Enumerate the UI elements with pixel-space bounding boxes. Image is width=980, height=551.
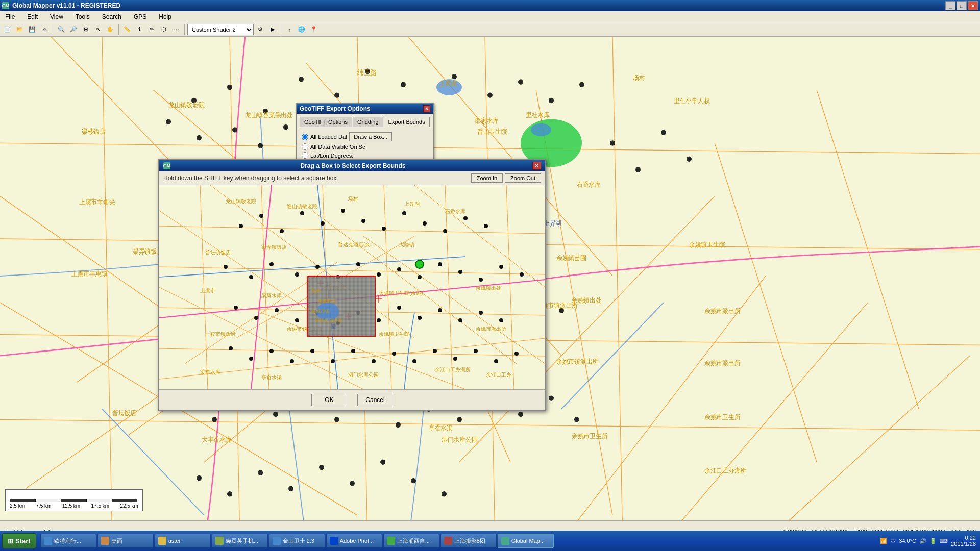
tab-geotiff-options[interactable]: GeoTIFF Options (300, 117, 352, 127)
label-visible: All Data Visible On Sc (310, 144, 365, 150)
identify-button[interactable]: ℹ (134, 24, 145, 35)
svg-text:上虞市: 上虞市 (200, 288, 215, 293)
svg-point-223 (453, 357, 457, 361)
taskbar-item-4[interactable]: 金山卫士 2.3 (269, 534, 325, 548)
taskbar-item-3[interactable]: 豌豆英手机... (212, 534, 268, 548)
label-all-loaded: All Loaded Dat (310, 134, 347, 140)
svg-text:普达克酒店(余...: 普达克酒店(余... (338, 242, 375, 247)
svg-point-209 (458, 318, 462, 322)
dragbox-map[interactable]: 龙山镇敬老院 隆山镇敬老院 场村 上昇湖 石岙水库 普坛镇饭店 梁弄镇饭店 普达… (159, 185, 545, 389)
radio-visible[interactable] (302, 143, 308, 150)
map-area[interactable]: 纬三路 邵家水库 里社水库 上昇湖 梁楼饭店 普山卫生院 大隐镇卫生院(余姚) … (0, 37, 980, 542)
zoom-in-button[interactable]: Zoom In (471, 173, 503, 183)
option-all-loaded[interactable]: All Loaded Dat Draw a Box... (302, 132, 428, 141)
new-button[interactable]: 📄 (2, 24, 13, 35)
geotiff-dialog: GeoTIFF Export Options × GeoTIFF Options… (296, 103, 434, 166)
svg-point-174 (321, 221, 325, 226)
geotiff-close-button[interactable]: × (423, 105, 430, 112)
option-latlon[interactable]: Lat/Lon Degrees: (302, 152, 428, 159)
3d-button[interactable]: ⬡ (158, 24, 169, 35)
dragbox-close-button[interactable]: × (532, 162, 541, 170)
taskbar-item-0[interactable]: 欧特利行... (40, 534, 96, 548)
taskbar-item-6[interactable]: 上海浦西自... (383, 534, 439, 548)
menu-gps[interactable]: GPS (131, 12, 150, 21)
svg-point-171 (259, 214, 263, 218)
radio-all-loaded[interactable] (302, 134, 308, 140)
svg-text:普坛镇饭店: 普坛镇饭店 (205, 249, 231, 255)
svg-text:普坛饭店: 普坛饭店 (112, 410, 136, 417)
svg-point-100 (350, 481, 355, 486)
tab-gridding[interactable]: Gridding (353, 117, 383, 127)
svg-point-40 (579, 82, 584, 87)
select-button[interactable]: ↖ (92, 24, 104, 35)
print-button[interactable]: 🖨 (39, 24, 50, 35)
window-controls[interactable]: _ □ ✕ (945, 1, 978, 10)
dragbox-title: GM Drag a Box to Select Export Bounds × (159, 160, 545, 171)
svg-point-39 (549, 98, 554, 103)
taskbar-item-7[interactable]: 上海摄影8团 (440, 534, 497, 548)
svg-point-80 (273, 412, 278, 417)
export-bounds-options: All Loaded Dat Draw a Box... All Data Vi… (300, 130, 430, 163)
zoom-out-button[interactable]: Zoom Out (505, 173, 541, 183)
shader-info-button[interactable]: ▶ (267, 24, 278, 35)
contour-button[interactable]: 〰 (170, 24, 182, 35)
menu-search[interactable]: Search (99, 12, 125, 21)
option-visible[interactable]: All Data Visible On Sc (302, 143, 428, 150)
svg-point-187 (315, 265, 320, 269)
antivirus-icon: 🛡 (890, 538, 896, 544)
shader-options-button[interactable]: ⚙ (255, 24, 266, 35)
scale-125km: 12.5 km (62, 503, 81, 509)
ok-button[interactable]: OK (311, 394, 347, 406)
dragbox-hint: Hold down the SHIFT key when dragging to… (163, 174, 336, 182)
menu-view[interactable]: View (47, 12, 66, 21)
cancel-button[interactable]: Cancel (357, 394, 393, 406)
menu-tools[interactable]: Tools (72, 12, 93, 21)
save-button[interactable]: 💾 (27, 24, 38, 35)
taskbar-icon-5 (330, 537, 338, 545)
pan-button[interactable]: ✋ (105, 24, 116, 35)
svg-point-88 (518, 412, 523, 417)
radio-latlon[interactable] (302, 152, 308, 159)
toolbar: 📄 📂 💾 🖨 🔍 🔎 ⊞ ↖ ✋ 📏 ℹ ✏ ⬡ 〰 Custom Shade… (0, 22, 980, 37)
svg-text:里仁小学人权: 里仁小学人权 (674, 97, 710, 105)
measure-button[interactable]: 📏 (121, 24, 133, 35)
svg-point-216 (310, 349, 314, 353)
tab-export-bounds[interactable]: Export Bounds (384, 117, 430, 127)
taskbar-item-2[interactable]: aster (155, 534, 211, 548)
svg-point-184 (249, 275, 253, 279)
svg-text:普山卫生院: 普山卫生院 (477, 128, 507, 135)
digitize-button[interactable]: ✏ (146, 24, 157, 35)
svg-text:余姚镇出处: 余姚镇出处 (476, 285, 501, 291)
menu-file[interactable]: File (2, 12, 18, 21)
shader-select[interactable]: Custom Shader 2 Custom Shader 1 Atlas Sh… (187, 24, 254, 35)
svg-point-172 (280, 229, 284, 233)
svg-text:里社水库: 里社水库 (526, 112, 550, 119)
taskbar-item-5[interactable]: Adobe Phot... (326, 534, 382, 548)
taskbar: ⊞ Start 欧特利行... 桌面 aster 豌豆英手机... 金山卫士 2… (0, 531, 980, 551)
fit-button[interactable]: ⊞ (80, 24, 91, 35)
menu-help[interactable]: Help (156, 12, 175, 21)
start-button[interactable]: ⊞ Start (2, 533, 36, 548)
restore-button[interactable]: □ (957, 1, 967, 10)
draw-box-button[interactable]: Draw a Box... (349, 132, 392, 141)
taskbar-item-8[interactable]: Global Map... (498, 534, 554, 548)
menu-edit[interactable]: Edit (24, 12, 41, 21)
taskbar-item-1[interactable]: 桌面 (97, 534, 154, 548)
label-latlon: Lat/Lon Degrees: (310, 153, 353, 159)
taskbar-label-3: 豌豆英手机... (226, 537, 258, 545)
svg-text:龙山镇敬老院: 龙山镇敬老院 (168, 101, 205, 108)
north-button[interactable]: ↑ (284, 24, 295, 35)
close-button[interactable]: ✕ (968, 1, 978, 10)
open-button[interactable]: 📂 (14, 24, 26, 35)
svg-point-38 (518, 79, 523, 84)
globe-button[interactable]: 🌐 (296, 24, 307, 35)
network-icon: 📶 (880, 538, 887, 544)
zoom-in-button[interactable]: 🔍 (56, 24, 67, 35)
minimize-button[interactable]: _ (945, 1, 955, 10)
svg-point-36 (452, 74, 457, 79)
svg-point-32 (334, 92, 339, 97)
zoom-out-button[interactable]: 🔎 (68, 24, 79, 35)
streetview-button[interactable]: 📍 (308, 24, 320, 35)
svg-point-57 (258, 143, 263, 148)
svg-point-180 (443, 229, 447, 233)
